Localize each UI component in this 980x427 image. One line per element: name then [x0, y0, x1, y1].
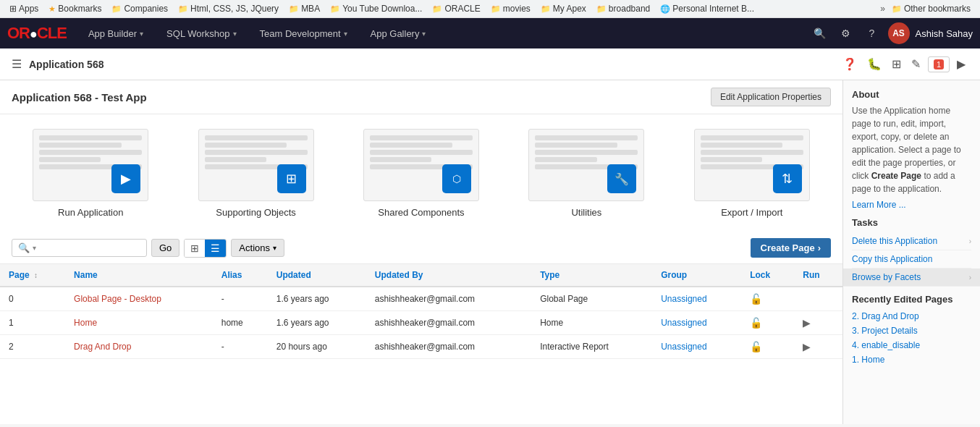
cell-lock-0: 🔓	[741, 287, 794, 311]
bookmark-myapex[interactable]: 📁 My Apex	[537, 2, 590, 15]
edit-application-properties-button[interactable]: Edit Application Properties	[711, 88, 831, 106]
supporting-overlay-icon: ⊞	[277, 164, 306, 193]
bookmark-personal[interactable]: 🌐 Personal Internet B...	[656, 2, 758, 15]
folder-icon: 📁	[432, 4, 442, 14]
globe-icon: 🌐	[660, 4, 670, 14]
go-button[interactable]: Go	[151, 239, 179, 257]
col-name[interactable]: Name	[65, 264, 213, 287]
grid-view-button[interactable]: ⊞	[185, 240, 205, 257]
actions-button[interactable]: Actions ▾	[231, 239, 284, 257]
bookmark-bookmarks[interactable]: ★ Bookmarks	[45, 2, 105, 15]
chevron-right-icon: ›	[969, 274, 971, 282]
search-chevron-icon[interactable]: ▾	[33, 244, 36, 252]
tile-run-application[interactable]: ▶ Run Application	[33, 129, 148, 218]
user-avatar[interactable]: AS	[888, 22, 910, 44]
bug-icon[interactable]: 🐛	[864, 54, 884, 74]
bookmark-youtube[interactable]: 📁 You Tube Downloa...	[326, 2, 426, 15]
star-icon: ★	[48, 4, 56, 14]
cell-lock-1: 🔓	[741, 311, 794, 335]
bookmark-other[interactable]: 📁 Other bookmarks	[888, 2, 974, 15]
nav-sql-workshop[interactable]: SQL Workshop ▾	[158, 18, 245, 48]
nav-app-gallery[interactable]: App Gallery ▾	[362, 18, 435, 48]
oracle-logo[interactable]: OR●CLE	[7, 24, 67, 43]
folder-icon: 📁	[596, 4, 607, 14]
col-page[interactable]: Page ↕	[0, 264, 65, 287]
tile-export-label: Export / Import	[721, 207, 782, 218]
help-icon-btn[interactable]: ?	[862, 23, 882, 43]
run-icon[interactable]: ▶	[954, 54, 968, 74]
cell-updated-by-2: ashishheaker@gmail.com	[366, 335, 531, 359]
cell-page-2: 2	[0, 335, 65, 359]
about-description: Use the Application home page to run, ed…	[852, 104, 971, 195]
settings-icon-btn[interactable]: ⚙	[836, 23, 856, 43]
bookmark-companies[interactable]: 📁 Companies	[108, 2, 172, 15]
tile-export-import[interactable]: ⇅ Export / Import	[694, 129, 810, 218]
bookmark-html[interactable]: 📁 Html, CSS, JS, JQuery	[174, 2, 282, 15]
search-icon[interactable]: 🔍	[18, 242, 30, 253]
folder-icon: 📁	[330, 4, 340, 14]
nav-app-builder[interactable]: App Builder ▾	[80, 18, 152, 48]
recently-edited-item-1[interactable]: 3. Project Details	[852, 324, 971, 338]
user-name[interactable]: Ashish Sahay	[916, 28, 973, 39]
run-overlay-icon: ▶	[111, 164, 140, 193]
right-sidebar: About Use the Application home page to r…	[842, 80, 980, 424]
application-name: Application 568 - Test App	[12, 91, 147, 103]
menu-icon[interactable]: ☰	[12, 57, 22, 71]
run-page-icon[interactable]: ▶	[803, 341, 811, 352]
recently-edited-item-2[interactable]: 4. enable_disable	[852, 338, 971, 352]
tile-shared-image: ⬡	[363, 129, 479, 201]
cell-alias-2: -	[213, 335, 268, 359]
tile-utilities[interactable]: 🔧 Utilities	[528, 129, 644, 218]
nav-team-dev[interactable]: Team Development ▾	[251, 18, 356, 48]
cell-alias-0: -	[213, 287, 268, 311]
search-input[interactable]	[39, 242, 140, 253]
tile-export-image: ⇅	[694, 129, 810, 201]
cell-updated-0: 1.6 years ago	[268, 287, 366, 311]
recently-edited-item-3[interactable]: 1. Home	[852, 352, 971, 367]
tile-supporting-label: Supporting Objects	[216, 207, 296, 218]
cell-page-1: 1	[0, 311, 65, 335]
left-content: Application 568 - Test App Edit Applicat…	[0, 80, 842, 424]
oracle-logo-text: OR●CLE	[7, 24, 67, 43]
top-header: OR●CLE App Builder ▾ SQL Workshop ▾ Team…	[0, 18, 980, 48]
notifications-badge[interactable]: 1	[928, 56, 950, 72]
cell-run-2: ▶	[794, 335, 842, 359]
task-browse-by-facets[interactable]: Browse by Facets ›	[843, 269, 980, 287]
tile-supporting-image: ⊞	[198, 129, 314, 201]
col-lock[interactable]: Lock	[741, 264, 794, 287]
chevron-down-icon: ▾	[273, 244, 276, 252]
col-run[interactable]: Run	[794, 264, 842, 287]
learn-more-link[interactable]: Learn More ...	[852, 200, 971, 210]
tasks-title: Tasks	[852, 217, 971, 228]
col-type[interactable]: Type	[531, 264, 652, 287]
task-copy-application[interactable]: Copy this Application	[852, 250, 971, 269]
app-header-icons: ❓ 🐛 ⊞ ✎ 1 ▶	[840, 54, 968, 74]
help-circle-icon[interactable]: ❓	[840, 54, 860, 74]
col-alias[interactable]: Alias	[213, 264, 268, 287]
bookmarks-overflow[interactable]: »	[880, 4, 885, 14]
create-page-button[interactable]: Create Page ›	[751, 238, 832, 258]
tile-supporting-objects[interactable]: ⊞ Supporting Objects	[198, 129, 314, 218]
task-delete-application[interactable]: Delete this Application ›	[852, 232, 971, 250]
app-title-bar: Application 568 - Test App Edit Applicat…	[0, 80, 842, 114]
tile-run-image: ▶	[33, 129, 148, 201]
col-updated[interactable]: Updated	[268, 264, 366, 287]
sort-icon: ↕	[34, 271, 38, 279]
edit-icon[interactable]: ✎	[908, 54, 924, 74]
bookmark-oracle[interactable]: 📁 ORACLE	[428, 2, 483, 15]
search-icon-btn[interactable]: 🔍	[810, 23, 830, 43]
bookmark-movies[interactable]: 📁 movies	[487, 2, 534, 15]
bookmark-broadband[interactable]: 📁 broadband	[593, 2, 654, 15]
col-group[interactable]: Group	[652, 264, 741, 287]
bookmark-mba[interactable]: 📁 MBA	[285, 2, 324, 15]
main-container: Application 568 - Test App Edit Applicat…	[0, 80, 980, 424]
cell-run-1: ▶	[794, 311, 842, 335]
shared-components-icon[interactable]: ⊞	[889, 54, 904, 74]
col-updated-by[interactable]: Updated By	[366, 264, 531, 287]
cell-run-0	[794, 287, 842, 311]
tile-shared-components[interactable]: ⬡ Shared Components	[363, 129, 479, 218]
run-page-icon[interactable]: ▶	[803, 317, 811, 329]
bookmark-apps[interactable]: ⊞ Apps	[6, 2, 42, 15]
list-view-button[interactable]: ☰	[205, 240, 226, 257]
recently-edited-item-0[interactable]: 2. Drag And Drop	[852, 309, 971, 324]
